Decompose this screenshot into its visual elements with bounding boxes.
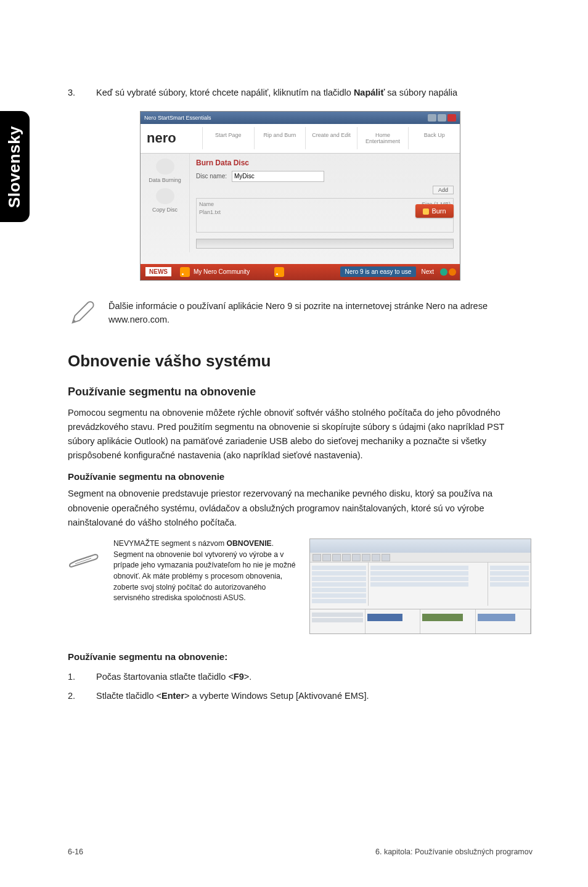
tab-backup[interactable]: Back Up (408, 127, 460, 149)
disk-management-screenshot (309, 538, 531, 634)
panel-title: Burn Data Disc (196, 159, 454, 167)
nero-sidebar: Data Burning Copy Disc (141, 154, 190, 252)
disc-name-label: Disc name: (196, 173, 227, 179)
nero-main-panel: Burn Data Disc Disc name: Add Name Size … (190, 154, 460, 252)
burn-button[interactable]: Burn (415, 204, 454, 218)
minimize-icon[interactable] (428, 114, 436, 122)
nero-screenshot: Nero StartSmart Essentials nero Start Pa… (140, 111, 460, 281)
news-community[interactable]: My Nero Community (194, 268, 250, 275)
add-button[interactable]: Add (433, 186, 454, 194)
nero-news-bar: NEWS My Nero Community Nero 9 is an easy… (141, 264, 460, 280)
copy-disc-icon[interactable] (156, 188, 174, 204)
dm-volume-list (369, 563, 488, 606)
step-item-1: 1. Počas štartovania stlačte tlačidlo <F… (68, 669, 533, 685)
sidebar-item-copy-disc[interactable]: Copy Disc (144, 207, 186, 213)
tab-create-edit[interactable]: Create and Edit (305, 127, 357, 149)
note-nero-info: Ďalšie informácie o používaní aplikácie … (68, 299, 533, 327)
steps-heading: Používanie segmentu na obnovenie: (68, 651, 533, 662)
news-tag: NEWS (145, 267, 171, 276)
dm-tree (310, 563, 369, 606)
recovery-steps-list: 1. Počas štartovania stlačte tlačidlo <F… (68, 669, 533, 703)
tab-start-page[interactable]: Start Page (202, 127, 254, 149)
step-item-2: 2. Stlačte tlačidlo <Enter> a vyberte Wi… (68, 688, 533, 704)
tab-home-ent[interactable]: Home Entertainment (357, 127, 409, 149)
instruction-step-3: 3. Keď sú vybraté súbory, ktoré chcete n… (68, 86, 533, 100)
disc-size-slider[interactable] (196, 239, 454, 249)
tab-rip-burn[interactable]: Rip and Burn (254, 127, 306, 149)
rss-icon[interactable] (274, 267, 284, 277)
news-next[interactable]: Next (421, 268, 434, 275)
data-burning-icon[interactable] (156, 159, 174, 175)
chapter-title: 6. kapitola: Používanie obslužných progr… (375, 848, 533, 856)
page-number: 6-16 (68, 848, 83, 856)
nero-window-titlebar: Nero StartSmart Essentials (141, 112, 460, 124)
note-text: Ďalšie informácie o používaní aplikácie … (108, 299, 533, 327)
subheading-recovery: Používanie segmentu na obnovenie (68, 471, 533, 482)
status-dot-orange-icon (449, 268, 456, 276)
sidebar-item-data-burning[interactable]: Data Burning (144, 177, 186, 183)
status-dot-green-icon (440, 268, 447, 276)
dm-titlebar (310, 539, 531, 553)
window-buttons (428, 114, 456, 122)
step-number: 3. (68, 86, 78, 100)
warning-note-row: NEVYMAŽTE segment s názvom OBNOVENIE. Se… (68, 538, 533, 634)
dm-toolbar (310, 553, 531, 563)
warning-text: NEVYMAŽTE segment s názvom OBNOVENIE. Se… (113, 538, 298, 604)
section-heading: Obnovenie vášho systému (68, 352, 533, 371)
nero-window-title: Nero StartSmart Essentials (144, 115, 211, 121)
paragraph-intro: Pomocou segmentu na obnovenie môžete rýc… (68, 406, 533, 463)
dm-columns (488, 563, 531, 606)
page-footer: 6-16 6. kapitola: Používanie obslužných … (68, 848, 533, 856)
subsection-heading: Používanie segmentu na obnovenie (68, 386, 533, 398)
note-paper-icon (68, 538, 102, 572)
file-list-col-name: Name (199, 201, 214, 207)
partition-bar (422, 614, 463, 621)
partition-bar (478, 614, 516, 621)
nero-logo: nero (141, 130, 202, 146)
disc-name-input[interactable] (232, 171, 324, 182)
step-text: Keď sú vybraté súbory, ktoré chcete napá… (96, 86, 457, 100)
news-headline: Nero 9 is an easy to use (340, 266, 417, 277)
close-icon[interactable] (447, 114, 456, 122)
partition-bar (367, 614, 403, 621)
nero-top-tabs: Start Page Rip and Burn Create and Edit … (202, 127, 460, 149)
pencil-icon (68, 299, 96, 324)
maximize-icon[interactable] (438, 114, 446, 122)
dm-disk-layout (310, 609, 531, 633)
rss-icon[interactable] (180, 267, 190, 277)
paragraph-recovery-desc: Segment na obnovenie predstavuje priesto… (68, 487, 533, 530)
